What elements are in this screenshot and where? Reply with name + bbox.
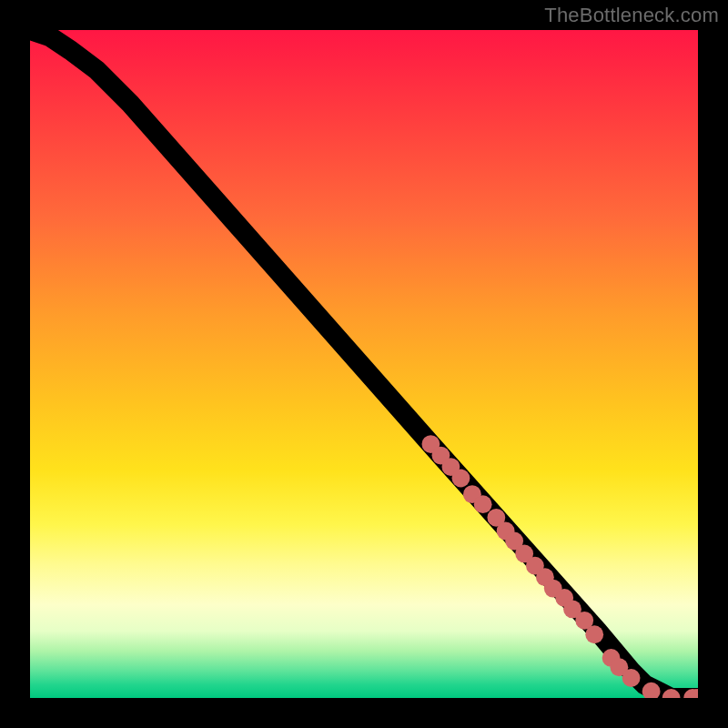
curve-marker — [585, 625, 603, 643]
curve-marker — [474, 495, 492, 513]
curve-marker — [452, 470, 470, 488]
chart-container — [30, 30, 698, 698]
plot-area — [30, 30, 698, 698]
marker-group — [421, 435, 698, 698]
curve-marker — [622, 669, 641, 687]
curve-line — [30, 30, 698, 698]
watermark-label: TheBottleneck.com — [544, 4, 719, 27]
chart-svg — [30, 30, 698, 698]
